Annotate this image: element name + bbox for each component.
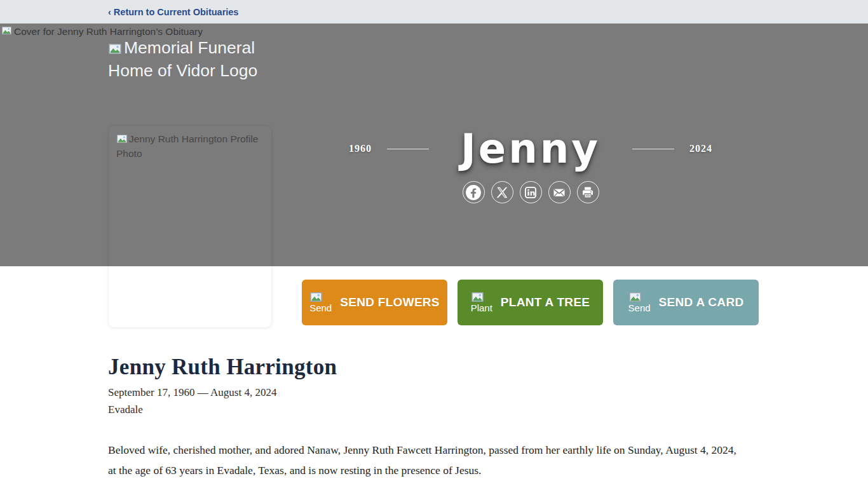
plant-a-tree-label: PLANT A TREE xyxy=(501,295,590,309)
cover-photo-area: Cover for Jenny Ruth Harrington’s Obitua… xyxy=(0,24,868,266)
broken-image-icon xyxy=(628,292,642,302)
send-flowers-button[interactable]: Send SEND FLOWERS xyxy=(302,280,447,325)
page-title: Jenny Ruth Harrington xyxy=(108,355,741,380)
share-facebook-button[interactable] xyxy=(463,181,485,203)
send-a-card-label: SEND A CARD xyxy=(659,295,744,309)
send-flowers-img-broken: Send xyxy=(309,292,332,313)
share-email-button[interactable] xyxy=(548,181,571,203)
print-icon xyxy=(580,185,595,200)
logo-alt-text: Memorial Funeral Home of Vidor Logo xyxy=(108,38,257,80)
img-alt-text: Send xyxy=(628,302,651,313)
broken-image-icon xyxy=(116,134,128,144)
obituary-text: Beloved wife, cherished mother, and ador… xyxy=(108,440,741,480)
share-linkedin-button[interactable] xyxy=(520,181,542,203)
birth-year: 1960 xyxy=(349,143,372,154)
divider-line xyxy=(632,149,674,149)
send-a-card-button[interactable]: Send SEND A CARD xyxy=(613,280,759,325)
divider-line xyxy=(387,149,429,149)
name-banner: 1960 Jenny 2024 xyxy=(302,114,759,184)
send-flowers-label: SEND FLOWERS xyxy=(340,295,440,309)
broken-image-icon xyxy=(108,43,122,55)
death-year: 2024 xyxy=(689,143,712,154)
broken-image-icon xyxy=(471,292,484,302)
display-name: Jenny xyxy=(461,125,600,172)
profile-photo-card: Jenny Ruth Harrington Profile Photo xyxy=(108,125,272,328)
top-bar: ‹ Return to Current Obituaries xyxy=(0,0,868,24)
share-x-twitter-button[interactable] xyxy=(491,181,513,203)
broken-image-icon xyxy=(1,26,12,35)
x-twitter-icon xyxy=(496,186,508,199)
share-buttons-row xyxy=(302,181,759,203)
location: Evadale xyxy=(108,403,741,416)
action-buttons-row: Send SEND FLOWERS Plant PLANT A TREE Sen… xyxy=(302,280,868,325)
facebook-icon xyxy=(465,184,482,201)
print-button[interactable] xyxy=(577,181,599,203)
funeral-home-logo-broken[interactable]: Memorial Funeral Home of Vidor Logo xyxy=(108,36,271,82)
broken-image-icon xyxy=(309,292,323,302)
plant-tree-img-broken: Plant xyxy=(471,292,492,313)
return-to-obituaries-link[interactable]: ‹ Return to Current Obituaries xyxy=(108,7,238,17)
email-icon xyxy=(552,185,567,200)
life-dates: September 17, 1960 — August 4, 2024 xyxy=(108,386,741,399)
img-alt-text: Plant xyxy=(471,302,492,313)
send-card-img-broken: Send xyxy=(628,292,651,313)
linkedin-icon xyxy=(524,186,538,200)
img-alt-text: Send xyxy=(309,302,332,313)
profile-image-alt-text: Jenny Ruth Harrington Profile Photo xyxy=(116,133,258,159)
profile-image-broken: Jenny Ruth Harrington Profile Photo xyxy=(109,126,271,166)
obituary-content: Jenny Ruth Harrington September 17, 1960… xyxy=(108,355,741,480)
plant-a-tree-button[interactable]: Plant PLANT A TREE xyxy=(458,280,603,325)
